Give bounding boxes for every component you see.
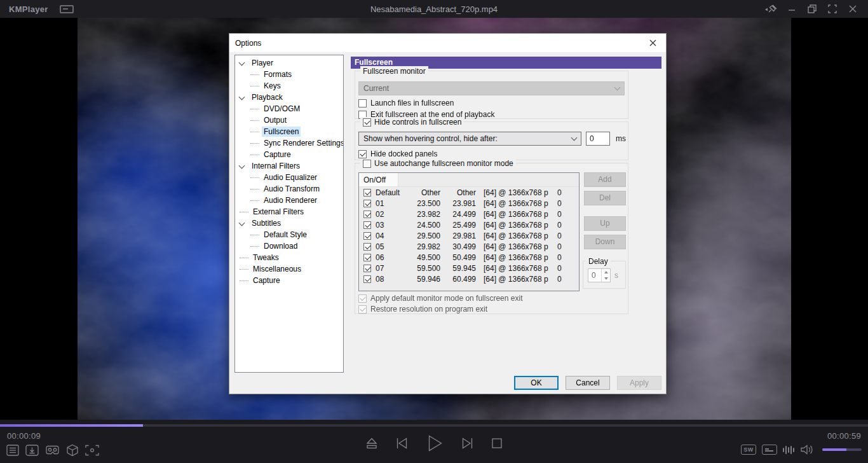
hide-controls-group: Hide controls in fullscreen Show when ho… bbox=[355, 121, 628, 160]
mode-row-02[interactable]: 0223.98224.499[64] @ 1366x768 p0 bbox=[359, 209, 579, 219]
pin-icon[interactable] bbox=[764, 2, 779, 16]
equalizer-icon[interactable] bbox=[783, 444, 794, 455]
tree-item-miscellaneous[interactable]: Miscellaneous bbox=[235, 263, 343, 275]
playlist-icon[interactable] bbox=[6, 445, 19, 456]
mode-row-01[interactable]: 0123.50023.981[64] @ 1366x768 p0 bbox=[359, 198, 579, 209]
volume-icon[interactable] bbox=[800, 444, 814, 455]
mode-on-checkbox[interactable] bbox=[363, 232, 371, 240]
mode-to: 59.945 bbox=[440, 264, 476, 273]
tree-item-download[interactable]: Download bbox=[235, 240, 343, 252]
tree-item-fullscreen[interactable]: Fullscreen bbox=[235, 126, 343, 137]
restore-icon[interactable] bbox=[804, 2, 820, 16]
3d-cube-icon[interactable] bbox=[66, 444, 79, 457]
mode-on-checkbox[interactable] bbox=[363, 211, 371, 218]
tree-item-external-filters[interactable]: External Filters bbox=[235, 206, 343, 218]
vr-goggles-icon[interactable] bbox=[45, 445, 60, 456]
mode-extra: 0 bbox=[552, 253, 562, 262]
app-logo: KMPlayer bbox=[9, 4, 48, 14]
group-legend: Fullscreen monitor bbox=[360, 66, 428, 76]
up-button[interactable]: Up bbox=[584, 216, 626, 231]
mode-name: 02 bbox=[376, 210, 406, 219]
sw-mode-icon[interactable]: SW bbox=[741, 445, 756, 455]
mode-row-07[interactable]: 0759.50059.945[64] @ 1366x768 p0 bbox=[359, 263, 579, 273]
tree-item-tweaks[interactable]: Tweaks bbox=[235, 252, 343, 263]
mode-on-checkbox[interactable] bbox=[363, 254, 371, 261]
fullscreen-icon[interactable] bbox=[825, 2, 840, 16]
chevron-down-icon[interactable] bbox=[239, 219, 245, 226]
tree-item-playback[interactable]: Playback bbox=[235, 92, 343, 103]
close-icon[interactable] bbox=[845, 2, 860, 16]
previous-icon[interactable] bbox=[395, 436, 409, 451]
mode-row-05[interactable]: 0529.98230.499[64] @ 1366x768 p0 bbox=[359, 241, 579, 252]
snapshot-icon[interactable] bbox=[85, 445, 99, 456]
mode-on-checkbox[interactable] bbox=[363, 200, 371, 207]
tree-item-capture[interactable]: Capture bbox=[235, 149, 343, 160]
mode-on-checkbox[interactable] bbox=[363, 275, 371, 283]
cancel-button[interactable]: Cancel bbox=[566, 376, 610, 390]
delay-spinner[interactable]: 0 bbox=[588, 268, 611, 282]
dialog-close-icon[interactable] bbox=[639, 34, 666, 52]
monitor-mode-rows: DefaultOtherOther[64] @ 1366x768 p00123.… bbox=[359, 187, 579, 284]
apply-button[interactable]: Apply bbox=[617, 376, 661, 390]
mode-on-checkbox[interactable] bbox=[363, 243, 371, 251]
tree-item-default-style[interactable]: Default Style bbox=[235, 229, 343, 240]
tree-item-label: Audio Transform bbox=[262, 184, 322, 194]
add-button[interactable]: Add bbox=[584, 172, 626, 187]
checkbox[interactable] bbox=[358, 150, 367, 158]
hide-controls-checkbox[interactable] bbox=[363, 118, 371, 127]
seekbar[interactable] bbox=[0, 424, 868, 427]
tree-item-dvd-ogm[interactable]: DVD/OGM bbox=[235, 103, 343, 114]
tree-item-player[interactable]: Player bbox=[235, 57, 343, 69]
mode-on-checkbox[interactable] bbox=[363, 189, 371, 197]
del-button[interactable]: Del bbox=[584, 191, 626, 205]
mode-row-03[interactable]: 0324.50025.499[64] @ 1366x768 p0 bbox=[359, 219, 579, 230]
mode-on-checkbox[interactable] bbox=[363, 265, 371, 272]
mode-row-04[interactable]: 0429.50029.981[64] @ 1366x768 p0 bbox=[359, 230, 579, 241]
hide-behavior-select[interactable]: Show when hovering control, hide after: bbox=[358, 132, 581, 146]
mode-row-08[interactable]: 0859.94660.499[64] @ 1366x768 p0 bbox=[359, 273, 579, 284]
tree-item-label: Subtitles bbox=[250, 218, 283, 228]
minimize-icon[interactable] bbox=[784, 2, 799, 16]
volume-slider[interactable] bbox=[822, 448, 862, 451]
chevron-down-icon[interactable] bbox=[239, 93, 245, 100]
subtitles-icon[interactable] bbox=[762, 445, 777, 455]
hide-delay-input[interactable] bbox=[586, 132, 610, 146]
chevron-down-icon[interactable] bbox=[239, 59, 245, 66]
autochange-checkbox[interactable] bbox=[363, 160, 371, 168]
tree-item-output[interactable]: Output bbox=[235, 114, 343, 126]
tree-connector bbox=[250, 155, 259, 155]
ok-button[interactable]: OK bbox=[514, 376, 559, 390]
tree-item-audio-transform[interactable]: Audio Transform bbox=[235, 183, 343, 195]
chevron-down-icon[interactable] bbox=[239, 162, 245, 169]
delay-value: 0 bbox=[588, 269, 601, 282]
tree-item-keys[interactable]: Keys bbox=[235, 80, 343, 92]
menu-icon[interactable] bbox=[60, 5, 74, 13]
tree-item-formats[interactable]: Formats bbox=[235, 69, 343, 80]
next-icon[interactable] bbox=[461, 436, 475, 451]
onoff-column-header[interactable]: On/Off bbox=[359, 173, 398, 186]
launch-fullscreen-checkbox[interactable]: Launch files in fullscreen bbox=[358, 98, 454, 108]
eject-icon[interactable] bbox=[365, 436, 378, 451]
tree-item-sync-renderer-settings[interactable]: Sync Renderer Settings bbox=[235, 137, 343, 149]
download-icon[interactable] bbox=[25, 445, 39, 456]
tree-item-label: DVD/OGM bbox=[262, 104, 302, 114]
mode-row-default[interactable]: DefaultOtherOther[64] @ 1366x768 p0 bbox=[359, 187, 579, 198]
tree-connector bbox=[240, 269, 248, 270]
mode-on-checkbox[interactable] bbox=[363, 221, 371, 229]
tree-item-label: Playback bbox=[250, 92, 285, 102]
mode-row-06[interactable]: 0649.50050.499[64] @ 1366x768 p0 bbox=[359, 252, 579, 263]
tree-item-audio-equalizer[interactable]: Audio Equalizer bbox=[235, 172, 343, 183]
spin-down-icon[interactable] bbox=[602, 275, 610, 282]
tree-item-internal-filters[interactable]: Internal Filters bbox=[235, 160, 343, 172]
checkbox[interactable] bbox=[358, 99, 367, 107]
down-button[interactable]: Down bbox=[584, 235, 626, 249]
delay-group: Delay 0 s bbox=[583, 261, 626, 289]
tree-item-audio-renderer[interactable]: Audio Renderer bbox=[235, 195, 343, 206]
stop-icon[interactable] bbox=[491, 438, 503, 449]
tree-item-capture[interactable]: Capture bbox=[235, 275, 343, 286]
tree-item-subtitles[interactable]: Subtitles bbox=[235, 218, 343, 229]
tree-item-label: Internal Filters bbox=[250, 161, 302, 171]
play-icon[interactable] bbox=[425, 434, 444, 453]
spin-up-icon[interactable] bbox=[602, 269, 610, 275]
hide-docked-panels-checkbox[interactable]: Hide docked panels bbox=[358, 149, 437, 159]
